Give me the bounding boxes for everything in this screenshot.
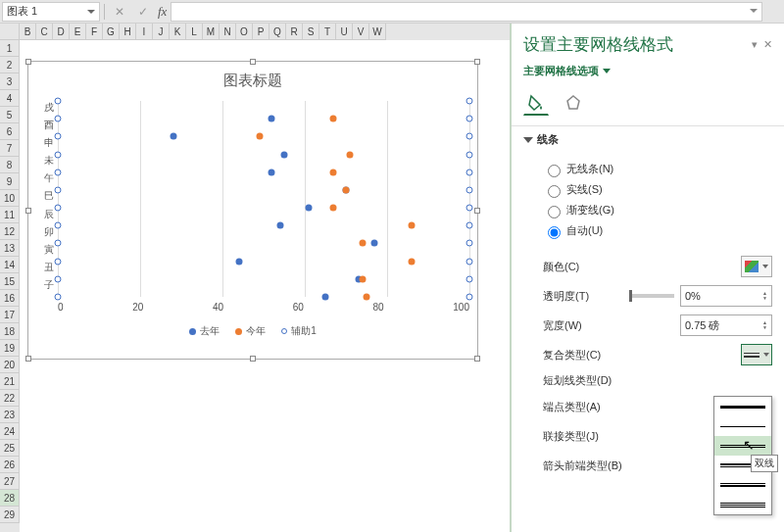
- column-header[interactable]: G: [103, 24, 120, 40]
- row-header[interactable]: 11: [0, 207, 20, 223]
- row-header[interactable]: 14: [0, 257, 20, 273]
- row-header[interactable]: 29: [0, 507, 20, 523]
- row-header[interactable]: 28: [0, 490, 20, 507]
- cancel-icon[interactable]: [111, 3, 128, 21]
- data-point[interactable]: [347, 151, 354, 158]
- chart-plot-area[interactable]: [58, 101, 469, 297]
- data-point[interactable]: [330, 116, 337, 122]
- data-point[interactable]: [359, 240, 366, 247]
- data-point[interactable]: [364, 294, 370, 301]
- row-header[interactable]: 9: [0, 173, 20, 190]
- data-point[interactable]: [55, 222, 62, 229]
- panel-subtitle-dropdown[interactable]: 主要网格线选项: [512, 60, 784, 86]
- row-header[interactable]: 16: [0, 290, 20, 307]
- column-header[interactable]: K: [170, 24, 186, 40]
- data-point[interactable]: [409, 222, 416, 229]
- transparency-slider[interactable]: [629, 294, 674, 298]
- data-point[interactable]: [466, 98, 473, 105]
- confirm-icon[interactable]: [134, 3, 152, 21]
- data-point[interactable]: [55, 116, 62, 122]
- data-point[interactable]: [55, 133, 62, 140]
- data-point[interactable]: [330, 205, 337, 212]
- row-header[interactable]: 25: [0, 440, 20, 457]
- data-point[interactable]: [466, 116, 473, 122]
- data-point[interactable]: [409, 258, 416, 265]
- data-point[interactable]: [55, 98, 62, 105]
- legend-item[interactable]: 辅助1: [281, 324, 317, 338]
- compound-option-single-thin[interactable]: [714, 416, 771, 436]
- data-point[interactable]: [359, 275, 366, 282]
- column-header[interactable]: W: [369, 24, 386, 40]
- data-point[interactable]: [281, 151, 288, 158]
- column-header[interactable]: S: [303, 24, 319, 40]
- data-point[interactable]: [466, 258, 473, 265]
- effects-tab[interactable]: [561, 90, 586, 116]
- data-point[interactable]: [371, 240, 378, 247]
- data-point[interactable]: [466, 240, 473, 247]
- data-point[interactable]: [55, 294, 62, 301]
- column-header[interactable]: C: [36, 24, 53, 40]
- formula-input[interactable]: [171, 2, 762, 22]
- radio-solid-line[interactable]: 实线(S): [543, 182, 772, 198]
- chevron-down-icon[interactable]: [87, 10, 95, 14]
- column-header[interactable]: M: [203, 24, 220, 40]
- data-point[interactable]: [466, 222, 473, 229]
- data-point[interactable]: [276, 222, 283, 229]
- line-section-header[interactable]: 线条: [512, 125, 784, 153]
- column-header[interactable]: P: [253, 24, 270, 40]
- column-header[interactable]: L: [186, 24, 203, 40]
- compound-option-single-thick[interactable]: [714, 397, 771, 416]
- width-input[interactable]: 0.75 磅▲▼: [680, 314, 772, 336]
- data-point[interactable]: [256, 133, 263, 140]
- legend-item[interactable]: 去年: [189, 324, 220, 338]
- row-header[interactable]: 22: [0, 390, 20, 407]
- row-header[interactable]: 12: [0, 223, 20, 240]
- row-header[interactable]: 17: [0, 307, 20, 323]
- data-point[interactable]: [322, 294, 329, 301]
- row-header[interactable]: 20: [0, 357, 20, 373]
- data-point[interactable]: [330, 169, 337, 175]
- row-header[interactable]: 21: [0, 373, 20, 390]
- column-header[interactable]: E: [70, 24, 86, 40]
- row-header[interactable]: 1: [0, 40, 20, 57]
- legend-item[interactable]: 今年: [235, 324, 266, 338]
- column-header[interactable]: H: [120, 24, 136, 40]
- data-point[interactable]: [170, 133, 176, 140]
- row-header[interactable]: 8: [0, 157, 20, 173]
- column-header[interactable]: U: [336, 24, 353, 40]
- column-header[interactable]: J: [153, 24, 170, 40]
- row-header[interactable]: 6: [0, 123, 20, 140]
- row-header[interactable]: 26: [0, 457, 20, 473]
- row-header[interactable]: 7: [0, 140, 20, 157]
- column-header[interactable]: N: [220, 24, 236, 40]
- worksheet-grid[interactable]: 1234567891011121314151617181920212223242…: [0, 24, 510, 532]
- name-box[interactable]: 图表 1: [2, 2, 100, 22]
- row-header[interactable]: 5: [0, 107, 20, 123]
- data-point[interactable]: [466, 133, 473, 140]
- data-point[interactable]: [466, 205, 473, 212]
- data-point[interactable]: [466, 186, 473, 193]
- color-picker-button[interactable]: [741, 256, 772, 277]
- task-pane-options-icon[interactable]: ▾: [752, 38, 758, 51]
- data-point[interactable]: [55, 186, 62, 193]
- data-point[interactable]: [343, 186, 350, 193]
- data-point[interactable]: [55, 258, 62, 265]
- data-point[interactable]: [55, 275, 62, 282]
- data-point[interactable]: [306, 205, 313, 212]
- data-point[interactable]: [235, 258, 242, 265]
- chart-legend[interactable]: 去年今年辅助1: [28, 324, 477, 338]
- compound-type-button[interactable]: [741, 344, 772, 365]
- radio-gradient-line[interactable]: 渐变线(G): [543, 203, 772, 218]
- embedded-chart[interactable]: 图表标题 戌酉申未午巳辰卯寅丑子 020406080100 去年今年辅助1: [27, 61, 478, 360]
- compound-option-triple[interactable]: [714, 495, 771, 514]
- column-header[interactable]: B: [20, 24, 36, 40]
- row-header[interactable]: 15: [0, 273, 20, 290]
- row-header[interactable]: 3: [0, 73, 20, 90]
- row-header[interactable]: 13: [0, 240, 20, 257]
- data-point[interactable]: [55, 151, 62, 158]
- data-point[interactable]: [55, 169, 62, 175]
- compound-option-thin-thick[interactable]: [714, 475, 771, 495]
- column-header[interactable]: F: [86, 24, 103, 40]
- radio-auto-line[interactable]: 自动(U): [543, 223, 772, 239]
- row-header[interactable]: 4: [0, 90, 20, 107]
